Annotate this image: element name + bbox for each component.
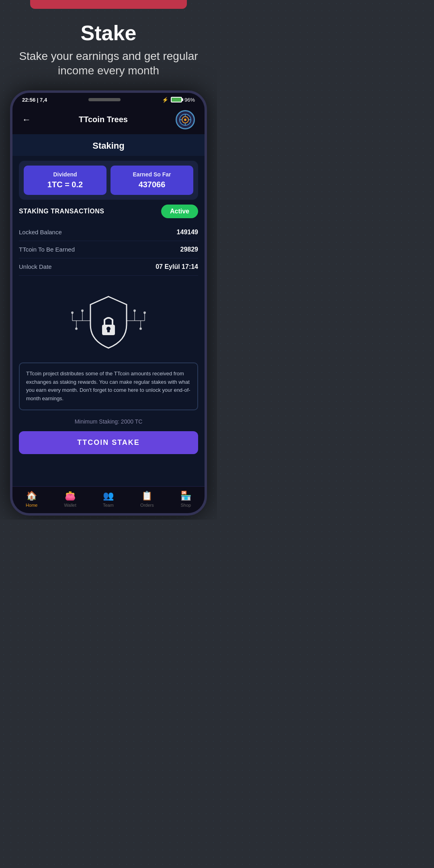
dividend-label: Dividend — [29, 171, 101, 178]
shop-icon: 🏪 — [180, 491, 191, 501]
app-content: Staking Dividend 1TC = 0.2 Earned So Far… — [12, 134, 205, 486]
nav-item-team[interactable]: 👥 Team — [103, 491, 114, 508]
battery-icon — [171, 97, 182, 102]
orders-icon: 📋 — [141, 491, 152, 501]
nav-item-wallet[interactable]: 👛 Wallet — [64, 491, 76, 508]
page-subtitle: Stake your earnings and get regular inco… — [16, 49, 201, 78]
nav-shop-label: Shop — [181, 503, 191, 508]
profile-icon — [179, 113, 192, 126]
svg-point-2 — [184, 119, 186, 121]
stats-card: Dividend 1TC = 0.2 Earned So Far 437066 — [19, 161, 198, 200]
dividend-value: 1TC = 0.2 — [29, 180, 101, 189]
nav-home-label: Home — [26, 503, 37, 508]
staking-heading: Staking — [12, 134, 205, 156]
battery-percent: 96% — [184, 97, 195, 103]
wallet-icon: 👛 — [65, 491, 76, 501]
svg-point-16 — [143, 311, 146, 314]
nav-item-shop[interactable]: 🏪 Shop — [180, 491, 191, 508]
info-box: TTcoin project distributes some of the T… — [19, 362, 198, 410]
earned-label: Earned So Far — [116, 171, 188, 178]
tx-header: STAKİNG TRANSACTİONS Active — [19, 205, 198, 218]
svg-point-18 — [139, 328, 142, 330]
info-text: TTcoin project distributes some of the T… — [26, 371, 190, 401]
home-icon: 🏠 — [26, 491, 37, 501]
svg-point-13 — [81, 309, 84, 312]
table-row: Unlock Date 07 Eylül 17:14 — [19, 258, 198, 276]
app-navbar: ← TTcoin Trees — [12, 105, 205, 134]
status-badge: Active — [161, 205, 198, 218]
nav-item-orders[interactable]: 📋 Orders — [140, 491, 154, 508]
avatar[interactable] — [176, 110, 195, 129]
status-time: 22:56 | 7,4 — [22, 97, 47, 103]
unlock-date-label: Unlock Date — [19, 263, 52, 270]
stake-button[interactable]: TTCOIN STAKE — [19, 431, 198, 454]
unlock-date-value: 07 Eylül 17:14 — [156, 263, 198, 270]
nav-wallet-label: Wallet — [64, 503, 76, 508]
header-section: Stake Stake your earnings and get regula… — [0, 9, 217, 86]
earned-box: Earned So Far 437066 — [111, 166, 193, 195]
earned-value: 437066 — [116, 180, 188, 189]
status-notch — [88, 98, 121, 101]
svg-rect-23 — [107, 330, 110, 332]
tx-title: STAKİNG TRANSACTİONS — [19, 208, 104, 215]
bluetooth-icon: ⚡ — [162, 97, 168, 103]
nav-orders-label: Orders — [140, 503, 154, 508]
phone-mockup: 22:56 | 7,4 ⚡ 96% ← TTcoin Trees S — [10, 90, 207, 516]
back-button[interactable]: ← — [22, 115, 31, 125]
bottom-nav: 🏠 Home 👛 Wallet 👥 Team 📋 Orders 🏪 Shop — [12, 486, 205, 513]
min-staking-label: Minimum Staking: 2000 TC — [12, 414, 205, 428]
lock-visual — [12, 279, 205, 359]
locked-balance-label: Locked Balance — [19, 229, 62, 235]
status-right: ⚡ 96% — [162, 97, 195, 103]
top-bar — [30, 0, 187, 9]
svg-point-20 — [133, 309, 136, 312]
nav-title: TTcoin Trees — [79, 115, 128, 124]
team-icon: 👥 — [103, 491, 114, 501]
ttcoin-earned-label: TTcoin To Be Earned — [19, 246, 75, 253]
svg-point-11 — [75, 328, 78, 330]
dividend-box: Dividend 1TC = 0.2 — [24, 166, 106, 195]
locked-balance-value: 149149 — [177, 229, 198, 236]
lock-icon — [68, 289, 149, 353]
nav-item-home[interactable]: 🏠 Home — [26, 491, 37, 508]
nav-team-label: Team — [103, 503, 114, 508]
ttcoin-earned-value: 29829 — [180, 246, 199, 253]
security-icon — [68, 289, 149, 353]
svg-point-9 — [71, 311, 74, 314]
table-row: TTcoin To Be Earned 29829 — [19, 241, 198, 258]
status-bar: 22:56 | 7,4 ⚡ 96% — [12, 93, 205, 105]
transactions-section: STAKİNG TRANSACTİONS Active Locked Balan… — [19, 205, 198, 276]
page-title: Stake — [16, 21, 201, 45]
table-row: Locked Balance 149149 — [19, 224, 198, 241]
